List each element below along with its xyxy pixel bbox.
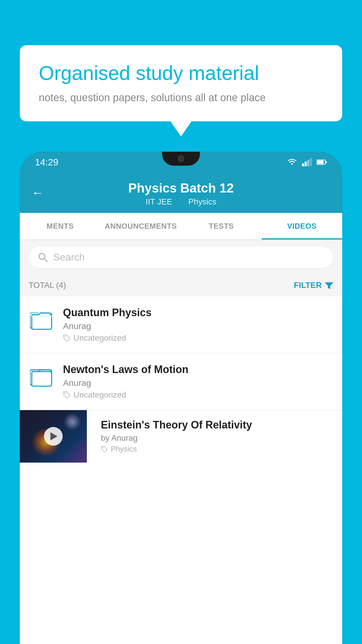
speech-bubble-container: Organised study material notes, question… (20, 45, 342, 121)
svg-point-17 (102, 447, 103, 448)
total-count: TOTAL (4) (29, 281, 66, 290)
folder-icon (30, 366, 53, 388)
header-subtitle-part2: Physics (188, 197, 216, 206)
tab-ments[interactable]: MENTS (20, 213, 101, 239)
play-triangle-icon (50, 432, 57, 440)
item-tag: Uncategorized (63, 333, 333, 343)
camera-dot (178, 155, 184, 162)
video-thumbnail (20, 410, 87, 463)
filter-label: FILTER (294, 281, 322, 290)
filter-icon (325, 281, 333, 290)
phone-notch (162, 152, 200, 166)
filter-button[interactable]: FILTER (294, 281, 333, 290)
status-time: 14:29 (35, 157, 58, 168)
thumbnail-glow2 (64, 413, 81, 430)
app-header: ← Physics Batch 12 IIT JEE Physics (20, 173, 342, 213)
tabs-bar: MENTS ANNOUNCEMENTS TESTS VIDEOS (20, 213, 342, 240)
svg-rect-4 (310, 158, 312, 166)
status-icons (287, 158, 327, 166)
phone-wrapper: 14:29 (20, 152, 342, 644)
item-details-newton: Newton's Laws of Motion Anurag Uncategor… (63, 363, 333, 400)
content-list: Quantum Physics Anurag Uncategorized (20, 296, 342, 463)
svg-rect-15 (32, 372, 52, 386)
item-icon-quantum (29, 307, 55, 333)
tag-icon (63, 334, 71, 342)
wifi-icon (287, 158, 297, 166)
svg-marker-0 (291, 163, 293, 165)
search-bar[interactable]: Search (29, 246, 333, 268)
svg-point-13 (64, 336, 66, 337)
item-title: Einstein's Theory Of Relativity (101, 419, 336, 431)
item-tag-text: Uncategorized (73, 333, 126, 343)
svg-line-9 (44, 259, 47, 262)
item-title: Quantum Physics (63, 307, 333, 319)
item-tag: Uncategorized (63, 390, 333, 400)
item-details-quantum: Quantum Physics Anurag Uncategorized (63, 307, 333, 343)
item-category: Physics (101, 444, 336, 454)
filter-bar: TOTAL (4) FILTER (20, 274, 342, 296)
item-title: Newton's Laws of Motion (63, 363, 333, 376)
back-button[interactable]: ← (31, 186, 44, 200)
search-placeholder: Search (53, 251, 85, 263)
header-title: Physics Batch 12 (128, 181, 234, 195)
battery-icon (317, 159, 327, 165)
signal-icon (302, 158, 312, 166)
svg-rect-6 (317, 160, 324, 164)
list-item[interactable]: Newton's Laws of Motion Anurag Uncategor… (20, 353, 342, 410)
list-item-video[interactable]: Einstein's Theory Of Relativity by Anura… (20, 410, 342, 463)
speech-bubble: Organised study material notes, question… (20, 45, 342, 121)
search-icon (38, 252, 48, 262)
header-subtitle-part1: IIT JEE (146, 197, 172, 206)
item-tag-text: Uncategorized (73, 390, 126, 400)
svg-rect-7 (326, 161, 327, 163)
play-button[interactable] (44, 427, 63, 446)
svg-marker-10 (325, 282, 333, 289)
list-item[interactable]: Quantum Physics Anurag Uncategorized (20, 296, 342, 353)
item-icon-newton (29, 363, 55, 390)
tab-videos[interactable]: VIDEOS (262, 213, 342, 239)
folder-icon (30, 309, 53, 331)
search-container: Search (20, 240, 342, 274)
tag-icon (101, 446, 108, 453)
tab-tests[interactable]: TESTS (181, 213, 262, 239)
item-category-text: Physics (111, 444, 137, 454)
svg-rect-3 (307, 160, 309, 166)
speech-bubble-heading: Organised study material (39, 61, 323, 85)
item-author: Anurag (63, 378, 333, 388)
phone-screen: ← Physics Batch 12 IIT JEE Physics MENTS… (20, 173, 342, 644)
svg-point-16 (64, 393, 66, 394)
item-author: Anurag (63, 321, 333, 331)
svg-rect-1 (302, 163, 304, 166)
tab-announcements[interactable]: ANNOUNCEMENTS (101, 213, 181, 239)
phone-device: 14:29 (20, 152, 342, 644)
header-subtitle: IIT JEE Physics (142, 197, 220, 206)
item-by-author: by Anurag (101, 433, 336, 443)
tag-icon (63, 391, 71, 399)
status-bar: 14:29 (20, 152, 342, 173)
speech-bubble-subtext: notes, question papers, solutions all at… (39, 92, 323, 104)
item-details-einstein: Einstein's Theory Of Relativity by Anura… (95, 410, 342, 459)
svg-rect-2 (305, 162, 307, 166)
